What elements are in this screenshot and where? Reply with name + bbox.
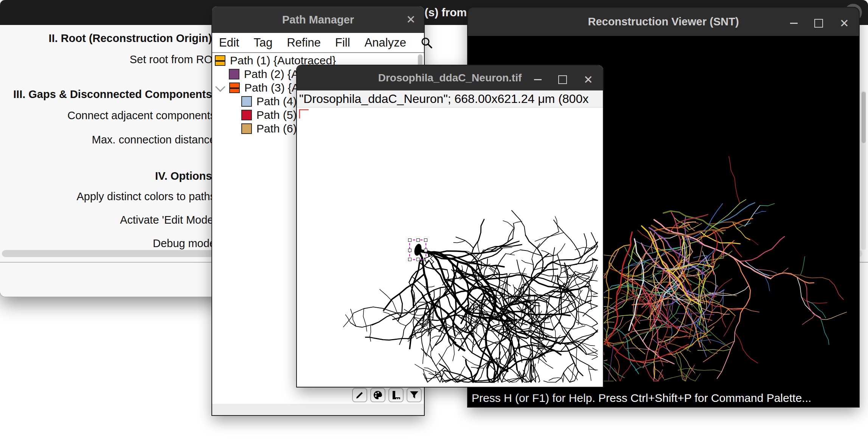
close-icon[interactable]: ✕: [584, 73, 593, 86]
window-controls: ✕: [790, 17, 849, 30]
minimize-icon[interactable]: [534, 79, 542, 80]
path-manager-menubar: Edit Tag Refine Fill Analyze: [212, 33, 424, 53]
minimize-icon[interactable]: [790, 23, 798, 24]
close-icon[interactable]: ✕: [406, 14, 416, 25]
path1-label: Path (1) {Autotraced}: [230, 54, 336, 67]
set-root-label: Set root from ROI: [0, 53, 216, 66]
menu-fill[interactable]: Fill: [335, 36, 350, 50]
edit-mode-label: Activate 'Edit Mode': [0, 213, 216, 226]
window-controls: ✕: [534, 73, 593, 86]
menu-analyze[interactable]: Analyze: [365, 36, 406, 50]
path-manager-titlebar: Path Manager ✕: [212, 6, 424, 33]
image-window-title: Drosophila_ddaC_Neuron.tif: [378, 72, 522, 84]
menu-refine[interactable]: Refine: [287, 36, 321, 50]
path4-label: Path (4): [256, 95, 297, 108]
ruler-button[interactable]: [388, 388, 404, 402]
connect-components-label: Connect adjacent components: [0, 109, 216, 122]
desktop: Path Manager ✕ Edit Tag Refine Fill Anal…: [0, 0, 868, 442]
chevron-down-icon[interactable]: [215, 82, 225, 92]
path-manager-title: Path Manager: [282, 14, 354, 26]
image-info-bar: "Drosophila_ddaC_Neuron"; 668.00x621.24 …: [297, 90, 603, 107]
status-bar: Press H (or F1) for Help. Press Ctrl+Shi…: [468, 391, 859, 407]
roi-corner-marker: [298, 108, 310, 120]
palette-icon: [373, 390, 383, 400]
path6-label: Path (6): [256, 122, 297, 135]
maximize-icon[interactable]: [558, 75, 567, 84]
ruler-icon: [391, 390, 401, 400]
search-icon[interactable]: [421, 37, 433, 49]
maximize-icon[interactable]: [814, 19, 823, 28]
debug-mode-label: Debug mode: [0, 237, 216, 250]
image-window: Drosophila_ddaC_Neuron.tif ✕ "Drosophila…: [297, 65, 603, 387]
pencil-button[interactable]: [352, 388, 367, 402]
path3-label: Path (3) {A: [244, 81, 299, 94]
gaps-section-heading: III. Gaps & Disconnected Components:: [0, 88, 216, 101]
menu-tag[interactable]: Tag: [253, 36, 272, 50]
path5-label: Path (5): [256, 109, 297, 121]
neuron-trace-image: [297, 107, 603, 387]
image-canvas[interactable]: [297, 107, 603, 387]
dialog-vertical-scrollbar[interactable]: [861, 91, 866, 250]
apply-colors-label: Apply distinct colors to paths: [0, 190, 216, 203]
filter-icon: [409, 390, 419, 400]
path2-color-swatch: [229, 69, 239, 79]
root-section-heading: II. Root (Reconstruction Origin):: [0, 32, 216, 45]
path4-color-swatch: [241, 96, 252, 107]
menu-edit[interactable]: Edit: [219, 36, 239, 50]
options-section-heading: IV. Options:: [0, 170, 216, 182]
reconstruction-viewer-title: Reconstruction Viewer (SNT): [588, 16, 739, 28]
path-manager-toolbar: [212, 388, 424, 404]
cursor-icon: [424, 254, 437, 265]
path2-label: Path (2) {A: [244, 68, 299, 81]
path1-color-swatch: [215, 55, 225, 66]
path6-color-swatch: [241, 123, 252, 134]
path-manager-footer: [212, 404, 424, 415]
path5-color-swatch: [241, 110, 252, 120]
max-distance-label: Max. connection distance: [0, 133, 216, 146]
palette-button[interactable]: [370, 388, 385, 402]
path3-color-swatch: [229, 82, 240, 93]
filter-button[interactable]: [407, 388, 422, 402]
close-icon[interactable]: ✕: [840, 17, 849, 30]
